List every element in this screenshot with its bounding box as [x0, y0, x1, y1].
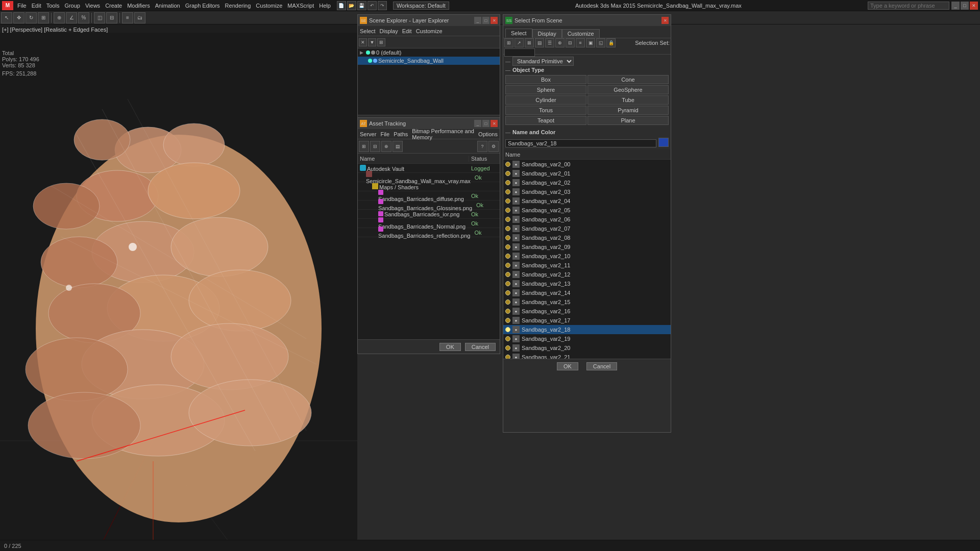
redo-icon[interactable]: ↷ [378, 1, 387, 10]
obj-type-collapse[interactable]: — [505, 67, 510, 73]
menu-views[interactable]: Views [83, 2, 102, 9]
obj-row-13[interactable]: ●Sandbags_var2_13 [503, 279, 671, 288]
at-ok-button[interactable]: OK [439, 343, 461, 351]
obj-row-11[interactable]: ●Sandbags_var2_11 [503, 261, 671, 270]
ss-tb-5[interactable]: ☰ [545, 38, 554, 47]
at-options[interactable]: ⚙ [488, 141, 499, 152]
obj-row-4[interactable]: ●Sandbags_var2_04 [503, 196, 671, 206]
se-new-btn[interactable]: ✕ [359, 38, 367, 46]
3d-viewport-canvas[interactable] [0, 24, 357, 551]
at-tb-2[interactable]: ⊟ [370, 141, 380, 152]
obj-type-cone[interactable]: Cone [587, 75, 669, 84]
at-menu-bitmap[interactable]: Bitmap Performance and Memory [412, 128, 474, 140]
select-tool[interactable]: ↖ [1, 12, 12, 23]
at-tb-1[interactable]: ⊞ [359, 141, 369, 152]
layer-sandbag-wall[interactable]: Semicircle_Sandbag_Wall [358, 57, 500, 65]
angle-snap[interactable]: ∠ [66, 12, 77, 23]
menu-tools[interactable]: Tools [44, 2, 62, 9]
scene-explorer-close[interactable]: ✕ [491, 17, 498, 24]
obj-type-pyramid[interactable]: Pyramid [587, 106, 669, 115]
obj-row-1[interactable]: ●Sandbags_var2_01 [503, 169, 671, 178]
obj-row-6[interactable]: ●Sandbags_var2_06 [503, 215, 671, 224]
obj-type-teapot[interactable]: Teapot [505, 116, 586, 125]
obj-row-14[interactable]: ●Sandbags_var2_14 [503, 288, 671, 297]
se-filter-btn[interactable]: ▼ [368, 38, 376, 46]
color-swatch[interactable] [658, 138, 669, 147]
tab-select[interactable]: Select [505, 29, 532, 38]
ss-tb-3[interactable]: ⊠ [525, 38, 534, 47]
menu-maxscript[interactable]: MAXScript [285, 2, 316, 9]
move-tool[interactable]: ✥ [13, 12, 24, 23]
ss-tb-2[interactable]: ↗ [514, 38, 524, 47]
obj-row-7[interactable]: ●Sandbags_var2_07 [503, 224, 671, 233]
obj-row-2[interactable]: ●Sandbags_var2_02 [503, 178, 671, 187]
obj-type-geosphere[interactable]: GeoSphere [587, 85, 669, 94]
ss-tb-9[interactable]: ▣ [586, 38, 595, 47]
se-menu-edit[interactable]: Edit [402, 28, 412, 34]
obj-row-8[interactable]: ●Sandbags_var2_08 [503, 233, 671, 242]
ss-tb-8[interactable]: ≡ [576, 38, 585, 47]
ss-tb-7[interactable]: ⊟ [566, 38, 575, 47]
asset-row-max[interactable]: Semicircle_Sandbag_Wall_max_vray.max Ok [358, 173, 500, 182]
scene-explorer-restore[interactable]: □ [482, 17, 489, 24]
menu-file[interactable]: File [15, 2, 29, 9]
scene-explorer-minimize[interactable]: _ [474, 17, 481, 24]
new-icon[interactable]: 📄 [337, 1, 346, 10]
obj-row-9[interactable]: ●Sandbags_var2_09 [503, 242, 671, 252]
menu-modifiers[interactable]: Modifiers [125, 2, 152, 9]
at-tb-3[interactable]: ⊕ [381, 141, 391, 152]
snap-toggle[interactable]: ⊕ [54, 12, 65, 23]
ss-tb-6[interactable]: ⊕ [555, 38, 565, 47]
menu-create[interactable]: Create [103, 2, 124, 9]
search-input[interactable] [868, 2, 949, 10]
obj-row-20[interactable]: ●Sandbags_var2_20 [503, 343, 671, 353]
at-menu-server[interactable]: Server [360, 131, 376, 137]
at-close[interactable]: ✕ [491, 120, 498, 127]
se-menu-customize[interactable]: Customize [416, 28, 443, 34]
obj-type-sphere[interactable]: Sphere [505, 85, 586, 94]
select-scene-close[interactable]: ✕ [662, 17, 669, 24]
primitive-dropdown[interactable]: Standard Primitives [512, 57, 574, 66]
maximize-button[interactable]: □ [961, 2, 969, 10]
se-view-btn[interactable]: ⊞ [377, 38, 385, 46]
collapse-icon[interactable]: — [505, 59, 510, 64]
mirror-tool[interactable]: ◫ [94, 12, 105, 23]
obj-type-box[interactable]: Box [505, 75, 586, 84]
obj-row-17[interactable]: ●Sandbags_var2_17 [503, 316, 671, 325]
obj-row-18[interactable]: ●Sandbags_var2_18 [503, 325, 671, 334]
layer-toggle[interactable]: ▶ [360, 50, 365, 55]
name-input[interactable] [505, 139, 656, 147]
at-menu-file[interactable]: File [380, 131, 389, 137]
at-cancel-button[interactable]: Cancel [465, 343, 496, 351]
at-menu-options[interactable]: Options [478, 131, 498, 137]
layer-default[interactable]: ▶ 0 (default) [358, 48, 500, 57]
menu-help[interactable]: Help [317, 2, 333, 9]
open-icon[interactable]: 📂 [347, 1, 356, 10]
at-tb-4[interactable]: ▤ [393, 141, 403, 152]
tab-display[interactable]: Display [532, 29, 562, 38]
object-list[interactable]: ●Sandbags_var2_00 ●Sandbags_var2_01 ●San… [503, 160, 671, 359]
obj-row-12[interactable]: ●Sandbags_var2_12 [503, 270, 671, 279]
obj-row-21[interactable]: ●Sandbags_var2_21 [503, 353, 671, 359]
menu-graph-editors[interactable]: Graph Editors [183, 2, 222, 9]
asset-row-reflection[interactable]: Sandbags_Barricades_reflection.png Ok [358, 228, 500, 237]
menu-customize[interactable]: Customize [254, 2, 284, 9]
close-button[interactable]: ✕ [970, 2, 978, 10]
rotate-tool[interactable]: ↻ [26, 12, 37, 23]
ss-tb-11[interactable]: 🔒 [606, 38, 616, 47]
menu-animation[interactable]: Animation [153, 2, 182, 9]
asset-row-glossines[interactable]: Sandbags_Barricades_Glossines.png Ok [358, 201, 500, 210]
align-tool[interactable]: ⊟ [106, 12, 117, 23]
at-help[interactable]: ? [477, 141, 487, 152]
menu-edit[interactable]: Edit [30, 2, 43, 9]
scene-explorer-btn[interactable]: 🗂 [134, 12, 145, 23]
select-scene-ok[interactable]: OK [557, 362, 578, 370]
obj-row-16[interactable]: ●Sandbags_var2_16 [503, 307, 671, 316]
minimize-button[interactable]: _ [951, 2, 960, 10]
save-icon[interactable]: 💾 [357, 1, 366, 10]
obj-type-plane[interactable]: Plane [587, 116, 669, 125]
percent-snap[interactable]: % [78, 12, 89, 23]
selection-set-input[interactable] [504, 48, 535, 57]
obj-type-tube[interactable]: Tube [587, 95, 669, 105]
ss-tb-1[interactable]: ⊞ [504, 38, 513, 47]
